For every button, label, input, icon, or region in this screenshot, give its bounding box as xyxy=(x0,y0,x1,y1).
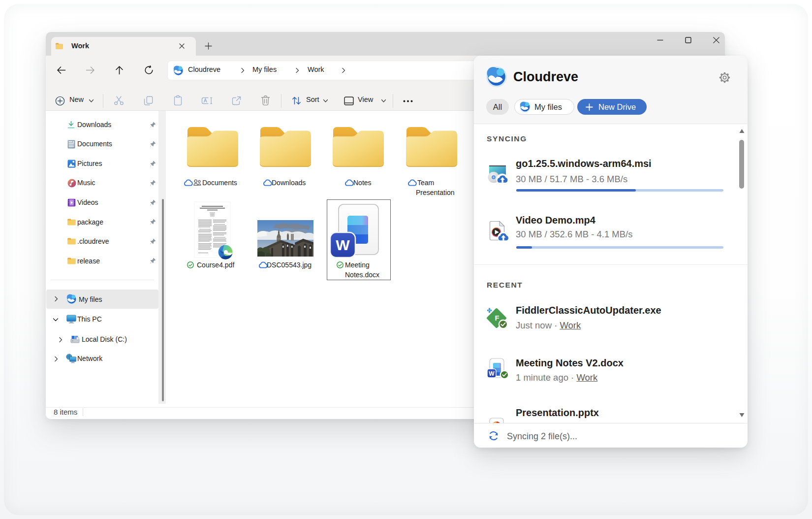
svg-text:Notes: Notes xyxy=(353,179,372,187)
svg-text:W: W xyxy=(489,370,495,377)
svg-text:Team: Team xyxy=(417,179,434,187)
svg-text:Presentation: Presentation xyxy=(416,189,455,196)
svg-text:DSC05543.jpg: DSC05543.jpg xyxy=(267,261,312,269)
svg-text:W: W xyxy=(336,237,350,253)
svg-text:Downloads: Downloads xyxy=(272,179,306,187)
svg-text:Course4.pdf: Course4.pdf xyxy=(197,261,234,269)
svg-text:Documents: Documents xyxy=(202,179,237,187)
svg-text:Meeting: Meeting xyxy=(345,261,370,269)
svg-text:Notes.docx: Notes.docx xyxy=(345,271,379,279)
svg-text:F: F xyxy=(495,314,500,322)
